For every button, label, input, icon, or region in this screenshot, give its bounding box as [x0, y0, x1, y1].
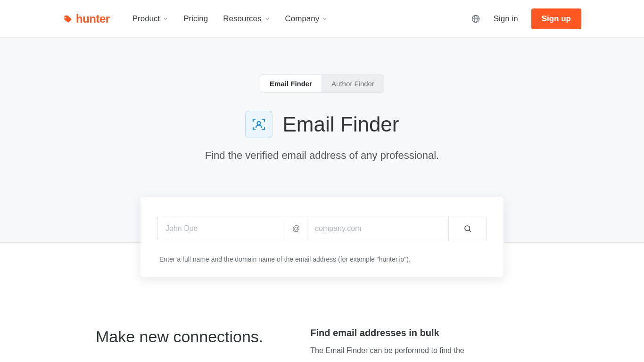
chevron-down-icon	[264, 16, 270, 22]
connections-left: Make new connections.	[96, 328, 263, 356]
name-input[interactable]	[158, 216, 285, 241]
nav-item-resources[interactable]: Resources	[223, 14, 270, 24]
at-separator: @	[285, 216, 307, 241]
nav-item-pricing[interactable]: Pricing	[183, 14, 208, 24]
bulk-heading: Find email addresses in bulk	[310, 328, 464, 338]
nav-item-company[interactable]: Company	[285, 14, 328, 24]
search-card: @ Enter a full name and the domain name …	[140, 197, 504, 277]
connections-heading: Make new connections.	[96, 328, 263, 346]
nav-item-product[interactable]: Product	[132, 14, 169, 24]
header-inner: hunter Product Pricing Resources Company	[63, 8, 581, 29]
tab-author-finder[interactable]: Author Finder	[322, 75, 384, 92]
signin-link[interactable]: Sign in	[494, 14, 518, 24]
site-header: hunter Product Pricing Resources Company	[0, 0, 644, 38]
search-row: @	[157, 216, 487, 241]
globe-icon	[471, 14, 480, 24]
title-row: Email Finder	[0, 111, 644, 138]
chevron-down-icon	[163, 16, 168, 22]
tab-group: Email Finder Author Finder	[260, 74, 384, 93]
title-icon-box	[245, 111, 272, 138]
brand-logo[interactable]: hunter	[63, 12, 110, 25]
hunter-logo-icon	[63, 14, 73, 24]
bulk-body: The Email Finder can be performed to fin…	[310, 345, 464, 356]
search-icon	[463, 224, 472, 233]
chevron-down-icon	[322, 16, 328, 22]
hero-section: Email Finder Author Finder Email Finder …	[0, 38, 644, 243]
signup-button[interactable]: Sign up	[531, 8, 581, 29]
brand-name: hunter	[76, 12, 110, 25]
primary-nav: Product Pricing Resources Company	[132, 14, 328, 24]
page-title: Email Finder	[283, 113, 399, 136]
person-scan-icon	[251, 117, 266, 132]
page-subtitle: Find the verified email address of any p…	[0, 149, 644, 162]
nav-label: Product	[132, 14, 160, 24]
svg-point-4	[465, 226, 470, 231]
svg-line-5	[469, 230, 471, 232]
tab-switcher: Email Finder Author Finder	[0, 74, 644, 93]
domain-input[interactable]	[307, 216, 448, 241]
svg-point-3	[257, 122, 260, 125]
nav-label: Pricing	[183, 14, 208, 24]
tab-email-finder[interactable]: Email Finder	[260, 75, 322, 92]
search-button[interactable]	[448, 216, 486, 241]
connections-right: Find email addresses in bulk The Email F…	[310, 328, 464, 356]
nav-label: Resources	[223, 14, 261, 24]
nav-label: Company	[285, 14, 320, 24]
language-button[interactable]	[471, 14, 480, 24]
header-right: Sign in Sign up	[471, 8, 581, 29]
search-hint: Enter a full name and the domain name of…	[157, 255, 487, 263]
